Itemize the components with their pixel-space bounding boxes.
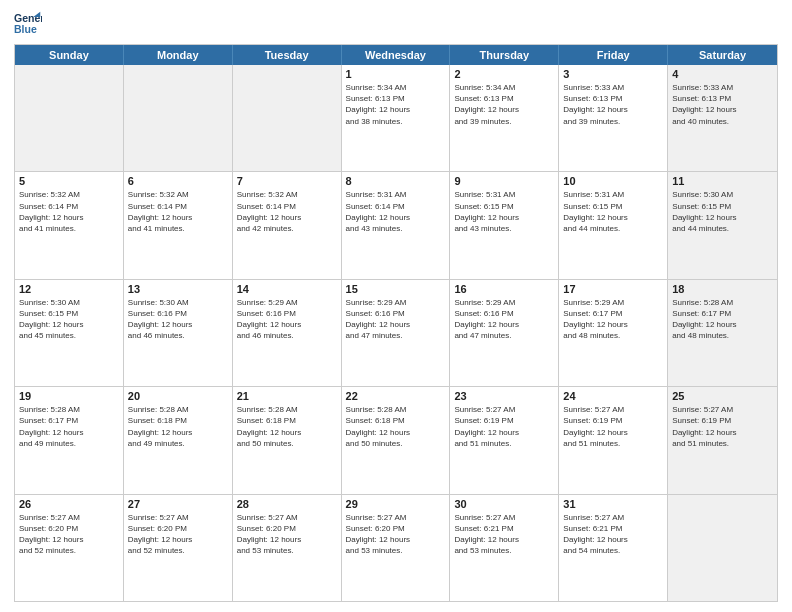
cell-info: Sunrise: 5:27 AM Sunset: 6:19 PM Dayligh… [563, 404, 663, 449]
day-number: 22 [346, 390, 446, 402]
header-day-wednesday: Wednesday [342, 45, 451, 65]
calendar-cell: 25Sunrise: 5:27 AM Sunset: 6:19 PM Dayli… [668, 387, 777, 493]
cell-info: Sunrise: 5:28 AM Sunset: 6:18 PM Dayligh… [128, 404, 228, 449]
day-number: 13 [128, 283, 228, 295]
cell-info: Sunrise: 5:28 AM Sunset: 6:17 PM Dayligh… [19, 404, 119, 449]
cell-info: Sunrise: 5:34 AM Sunset: 6:13 PM Dayligh… [346, 82, 446, 127]
calendar-week-1: 1Sunrise: 5:34 AM Sunset: 6:13 PM Daylig… [15, 65, 777, 172]
day-number: 27 [128, 498, 228, 510]
day-number: 1 [346, 68, 446, 80]
calendar-cell: 4Sunrise: 5:33 AM Sunset: 6:13 PM Daylig… [668, 65, 777, 171]
calendar-body: 1Sunrise: 5:34 AM Sunset: 6:13 PM Daylig… [15, 65, 777, 601]
cell-info: Sunrise: 5:29 AM Sunset: 6:16 PM Dayligh… [237, 297, 337, 342]
cell-info: Sunrise: 5:32 AM Sunset: 6:14 PM Dayligh… [19, 189, 119, 234]
calendar-cell: 15Sunrise: 5:29 AM Sunset: 6:16 PM Dayli… [342, 280, 451, 386]
page: General Blue SundayMondayTuesdayWednesda… [0, 0, 792, 612]
calendar-cell: 24Sunrise: 5:27 AM Sunset: 6:19 PM Dayli… [559, 387, 668, 493]
calendar-cell: 27Sunrise: 5:27 AM Sunset: 6:20 PM Dayli… [124, 495, 233, 601]
calendar-cell [124, 65, 233, 171]
day-number: 11 [672, 175, 773, 187]
day-number: 8 [346, 175, 446, 187]
day-number: 18 [672, 283, 773, 295]
day-number: 12 [19, 283, 119, 295]
calendar-cell: 16Sunrise: 5:29 AM Sunset: 6:16 PM Dayli… [450, 280, 559, 386]
calendar-cell: 28Sunrise: 5:27 AM Sunset: 6:20 PM Dayli… [233, 495, 342, 601]
day-number: 25 [672, 390, 773, 402]
cell-info: Sunrise: 5:28 AM Sunset: 6:18 PM Dayligh… [237, 404, 337, 449]
day-number: 9 [454, 175, 554, 187]
calendar-cell: 9Sunrise: 5:31 AM Sunset: 6:15 PM Daylig… [450, 172, 559, 278]
calendar-cell: 12Sunrise: 5:30 AM Sunset: 6:15 PM Dayli… [15, 280, 124, 386]
cell-info: Sunrise: 5:28 AM Sunset: 6:18 PM Dayligh… [346, 404, 446, 449]
day-number: 30 [454, 498, 554, 510]
cell-info: Sunrise: 5:29 AM Sunset: 6:17 PM Dayligh… [563, 297, 663, 342]
day-number: 29 [346, 498, 446, 510]
cell-info: Sunrise: 5:29 AM Sunset: 6:16 PM Dayligh… [346, 297, 446, 342]
calendar-cell: 30Sunrise: 5:27 AM Sunset: 6:21 PM Dayli… [450, 495, 559, 601]
calendar-cell: 22Sunrise: 5:28 AM Sunset: 6:18 PM Dayli… [342, 387, 451, 493]
calendar-week-3: 12Sunrise: 5:30 AM Sunset: 6:15 PM Dayli… [15, 280, 777, 387]
calendar-cell: 29Sunrise: 5:27 AM Sunset: 6:20 PM Dayli… [342, 495, 451, 601]
cell-info: Sunrise: 5:31 AM Sunset: 6:15 PM Dayligh… [563, 189, 663, 234]
cell-info: Sunrise: 5:33 AM Sunset: 6:13 PM Dayligh… [563, 82, 663, 127]
day-number: 19 [19, 390, 119, 402]
calendar-cell: 23Sunrise: 5:27 AM Sunset: 6:19 PM Dayli… [450, 387, 559, 493]
header-day-sunday: Sunday [15, 45, 124, 65]
calendar-week-5: 26Sunrise: 5:27 AM Sunset: 6:20 PM Dayli… [15, 495, 777, 601]
cell-info: Sunrise: 5:29 AM Sunset: 6:16 PM Dayligh… [454, 297, 554, 342]
calendar: SundayMondayTuesdayWednesdayThursdayFrid… [14, 44, 778, 602]
calendar-cell: 2Sunrise: 5:34 AM Sunset: 6:13 PM Daylig… [450, 65, 559, 171]
calendar-cell: 18Sunrise: 5:28 AM Sunset: 6:17 PM Dayli… [668, 280, 777, 386]
cell-info: Sunrise: 5:34 AM Sunset: 6:13 PM Dayligh… [454, 82, 554, 127]
cell-info: Sunrise: 5:30 AM Sunset: 6:15 PM Dayligh… [672, 189, 773, 234]
calendar-cell [15, 65, 124, 171]
calendar-cell [668, 495, 777, 601]
cell-info: Sunrise: 5:33 AM Sunset: 6:13 PM Dayligh… [672, 82, 773, 127]
day-number: 24 [563, 390, 663, 402]
day-number: 31 [563, 498, 663, 510]
calendar-header: SundayMondayTuesdayWednesdayThursdayFrid… [15, 45, 777, 65]
day-number: 14 [237, 283, 337, 295]
header-day-thursday: Thursday [450, 45, 559, 65]
day-number: 10 [563, 175, 663, 187]
day-number: 28 [237, 498, 337, 510]
day-number: 5 [19, 175, 119, 187]
calendar-cell: 20Sunrise: 5:28 AM Sunset: 6:18 PM Dayli… [124, 387, 233, 493]
cell-info: Sunrise: 5:27 AM Sunset: 6:21 PM Dayligh… [454, 512, 554, 557]
cell-info: Sunrise: 5:27 AM Sunset: 6:20 PM Dayligh… [237, 512, 337, 557]
day-number: 20 [128, 390, 228, 402]
day-number: 17 [563, 283, 663, 295]
cell-info: Sunrise: 5:27 AM Sunset: 6:19 PM Dayligh… [672, 404, 773, 449]
cell-info: Sunrise: 5:31 AM Sunset: 6:15 PM Dayligh… [454, 189, 554, 234]
cell-info: Sunrise: 5:27 AM Sunset: 6:20 PM Dayligh… [19, 512, 119, 557]
calendar-cell: 10Sunrise: 5:31 AM Sunset: 6:15 PM Dayli… [559, 172, 668, 278]
cell-info: Sunrise: 5:28 AM Sunset: 6:17 PM Dayligh… [672, 297, 773, 342]
header-day-monday: Monday [124, 45, 233, 65]
cell-info: Sunrise: 5:27 AM Sunset: 6:21 PM Dayligh… [563, 512, 663, 557]
calendar-cell: 5Sunrise: 5:32 AM Sunset: 6:14 PM Daylig… [15, 172, 124, 278]
header-day-tuesday: Tuesday [233, 45, 342, 65]
day-number: 23 [454, 390, 554, 402]
calendar-cell [233, 65, 342, 171]
calendar-cell: 6Sunrise: 5:32 AM Sunset: 6:14 PM Daylig… [124, 172, 233, 278]
cell-info: Sunrise: 5:30 AM Sunset: 6:15 PM Dayligh… [19, 297, 119, 342]
calendar-cell: 1Sunrise: 5:34 AM Sunset: 6:13 PM Daylig… [342, 65, 451, 171]
cell-info: Sunrise: 5:32 AM Sunset: 6:14 PM Dayligh… [237, 189, 337, 234]
day-number: 6 [128, 175, 228, 187]
calendar-cell: 13Sunrise: 5:30 AM Sunset: 6:16 PM Dayli… [124, 280, 233, 386]
calendar-cell: 26Sunrise: 5:27 AM Sunset: 6:20 PM Dayli… [15, 495, 124, 601]
cell-info: Sunrise: 5:27 AM Sunset: 6:20 PM Dayligh… [128, 512, 228, 557]
logo: General Blue [14, 10, 46, 38]
day-number: 16 [454, 283, 554, 295]
calendar-cell: 8Sunrise: 5:31 AM Sunset: 6:14 PM Daylig… [342, 172, 451, 278]
calendar-cell: 11Sunrise: 5:30 AM Sunset: 6:15 PM Dayli… [668, 172, 777, 278]
cell-info: Sunrise: 5:31 AM Sunset: 6:14 PM Dayligh… [346, 189, 446, 234]
day-number: 15 [346, 283, 446, 295]
calendar-cell: 17Sunrise: 5:29 AM Sunset: 6:17 PM Dayli… [559, 280, 668, 386]
calendar-cell: 14Sunrise: 5:29 AM Sunset: 6:16 PM Dayli… [233, 280, 342, 386]
calendar-cell: 19Sunrise: 5:28 AM Sunset: 6:17 PM Dayli… [15, 387, 124, 493]
calendar-week-2: 5Sunrise: 5:32 AM Sunset: 6:14 PM Daylig… [15, 172, 777, 279]
day-number: 26 [19, 498, 119, 510]
calendar-cell: 31Sunrise: 5:27 AM Sunset: 6:21 PM Dayli… [559, 495, 668, 601]
day-number: 4 [672, 68, 773, 80]
